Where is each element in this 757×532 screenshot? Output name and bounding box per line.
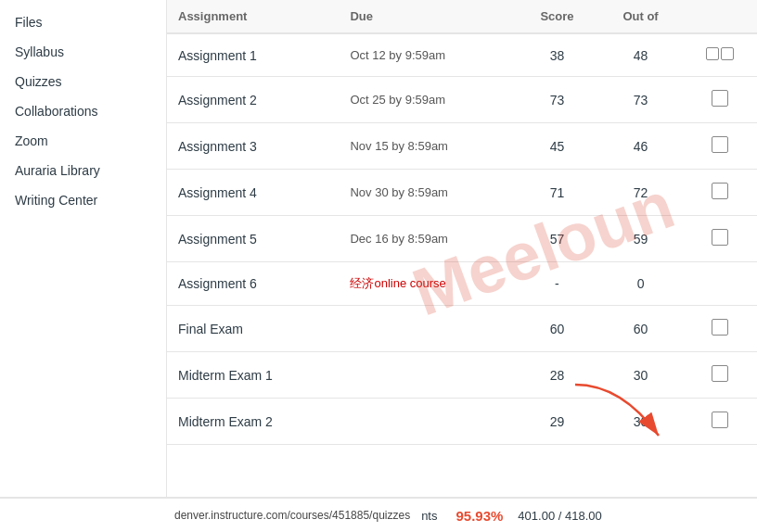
sidebar-item-files[interactable]: Files bbox=[0, 7, 166, 37]
assignment-due bbox=[339, 399, 516, 445]
footer-url: denver.instructure.com/courses/451885/qu… bbox=[167, 509, 417, 522]
col-out-of: Out of bbox=[598, 0, 684, 33]
col-due: Due bbox=[339, 0, 516, 33]
assignment-due: 经济online course bbox=[339, 262, 516, 306]
assignment-out-of: 46 bbox=[598, 123, 684, 170]
table-row: Midterm Exam 22930 bbox=[167, 399, 757, 445]
assignment-due bbox=[339, 352, 516, 399]
check-icon bbox=[706, 47, 719, 60]
assignment-due: Oct 12 by 9:59am bbox=[339, 33, 516, 77]
check-icon[interactable] bbox=[712, 90, 728, 107]
assignment-icon-cell bbox=[683, 306, 757, 352]
assignment-icon-cell bbox=[683, 262, 757, 306]
table-row: Assignment 6经济online course-0 bbox=[167, 262, 757, 306]
assignment-out-of: 73 bbox=[598, 77, 684, 123]
assignment-due: Oct 25 by 9:59am bbox=[339, 77, 516, 123]
assignment-score: 71 bbox=[516, 170, 598, 216]
grades-table: Assignment Due Score Out of Assignment 1… bbox=[167, 0, 757, 445]
check-icon[interactable] bbox=[712, 229, 728, 246]
assignment-name[interactable]: Midterm Exam 1 bbox=[167, 352, 339, 399]
check-icon[interactable] bbox=[712, 365, 728, 382]
footer-nts: nts bbox=[417, 509, 441, 523]
table-header-row: Assignment Due Score Out of bbox=[167, 0, 757, 33]
assignment-name[interactable]: Final Exam bbox=[167, 306, 339, 352]
assignment-score: 45 bbox=[516, 123, 598, 170]
assignment-icon-cell bbox=[683, 77, 757, 123]
assignment-due: Nov 15 by 8:59am bbox=[339, 123, 516, 170]
table-row: Assignment 2Oct 25 by 9:59am7373 bbox=[167, 77, 757, 123]
assignment-out-of: 60 bbox=[598, 306, 684, 352]
assignment-due bbox=[339, 306, 516, 352]
col-score: Score bbox=[516, 0, 598, 33]
check-icon bbox=[721, 47, 734, 60]
assignment-out-of: 72 bbox=[598, 170, 684, 216]
assignment-score: - bbox=[516, 262, 598, 306]
footer-total: 401.00 / 418.00 bbox=[518, 509, 601, 523]
sidebar-item-auraria-library[interactable]: Auraria Library bbox=[0, 156, 166, 185]
assignment-due: Dec 16 by 8:59am bbox=[339, 216, 516, 262]
table-row: Assignment 3Nov 15 by 8:59am4546 bbox=[167, 123, 757, 170]
assignment-score: 57 bbox=[516, 216, 598, 262]
app-layout: FilesSyllabusQuizzesCollaborationsZoomAu… bbox=[0, 0, 757, 497]
col-assignment: Assignment bbox=[167, 0, 339, 33]
check-icon[interactable] bbox=[712, 136, 728, 153]
assignment-name[interactable]: Assignment 1 bbox=[167, 33, 339, 77]
assignment-name[interactable]: Assignment 4 bbox=[167, 170, 339, 216]
assignment-out-of: 0 bbox=[598, 262, 684, 306]
footer-percent: 95.93% bbox=[441, 508, 518, 524]
assignment-name[interactable]: Assignment 2 bbox=[167, 77, 339, 123]
assignment-out-of: 59 bbox=[598, 216, 684, 262]
table-row: Final Exam6060 bbox=[167, 306, 757, 352]
assignment-score: 73 bbox=[516, 77, 598, 123]
sidebar-item-zoom[interactable]: Zoom bbox=[0, 126, 166, 156]
assignment-icon-cell bbox=[683, 216, 757, 262]
assignment-due: Nov 30 by 8:59am bbox=[339, 170, 516, 216]
table-row: Assignment 4Nov 30 by 8:59am7172 bbox=[167, 170, 757, 216]
check-icon[interactable] bbox=[712, 183, 728, 199]
table-row: Assignment 5Dec 16 by 8:59am5759 bbox=[167, 216, 757, 262]
main-content: Meeloun Assignment Due Score Out of Assi… bbox=[167, 0, 757, 497]
sidebar: FilesSyllabusQuizzesCollaborationsZoomAu… bbox=[0, 0, 167, 497]
assignment-score: 29 bbox=[516, 399, 598, 445]
sidebar-item-collaborations[interactable]: Collaborations bbox=[0, 96, 166, 126]
check-icon[interactable] bbox=[712, 319, 728, 336]
assignment-name[interactable]: Midterm Exam 2 bbox=[167, 399, 339, 445]
assignment-icon-cell bbox=[683, 33, 757, 77]
assignment-score: 60 bbox=[516, 306, 598, 352]
assignment-out-of: 30 bbox=[598, 399, 684, 445]
assignment-name[interactable]: Assignment 6 bbox=[167, 262, 339, 306]
sidebar-item-writing-center[interactable]: Writing Center bbox=[0, 185, 166, 215]
footer-bar: denver.instructure.com/courses/451885/qu… bbox=[0, 497, 757, 532]
assignment-icon-cell bbox=[683, 170, 757, 216]
table-row: Midterm Exam 12830 bbox=[167, 352, 757, 399]
double-check-icon[interactable] bbox=[706, 47, 734, 60]
assignment-out-of: 48 bbox=[598, 33, 684, 77]
check-icon[interactable] bbox=[712, 412, 728, 428]
assignment-out-of: 30 bbox=[598, 352, 684, 399]
assignment-score: 28 bbox=[516, 352, 598, 399]
assignment-score: 38 bbox=[516, 33, 598, 77]
assignment-icon-cell bbox=[683, 352, 757, 399]
sidebar-item-syllabus[interactable]: Syllabus bbox=[0, 37, 166, 67]
assignment-icon-cell bbox=[683, 123, 757, 170]
sidebar-item-quizzes[interactable]: Quizzes bbox=[0, 67, 166, 96]
assignment-name[interactable]: Assignment 3 bbox=[167, 123, 339, 170]
col-actions bbox=[683, 0, 757, 33]
assignment-name[interactable]: Assignment 5 bbox=[167, 216, 339, 262]
assignment-icon-cell bbox=[683, 399, 757, 445]
table-row: Assignment 1Oct 12 by 9:59am3848 bbox=[167, 33, 757, 77]
